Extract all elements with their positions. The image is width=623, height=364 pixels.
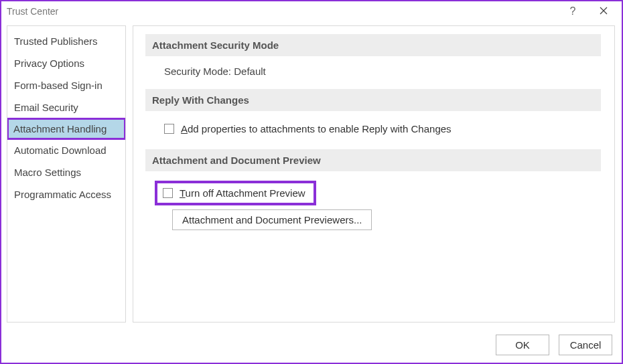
sidebar-item-attachment-handling[interactable]: Attachment Handling xyxy=(7,118,126,140)
previewers-button[interactable]: Attachment and Document Previewers... xyxy=(172,209,372,230)
reply-with-changes-checkbox-row[interactable]: Add properties to attachments to enable … xyxy=(164,120,601,137)
ok-button[interactable]: OK xyxy=(496,335,549,355)
help-icon: ? xyxy=(570,5,576,17)
trust-center-dialog: Trust Center ? Trusted Publishers Privac… xyxy=(0,0,623,364)
reply-with-changes-label: Add properties to attachments to enable … xyxy=(181,123,452,134)
close-icon xyxy=(600,6,608,17)
sidebar-item-programmatic-access[interactable]: Programmatic Access xyxy=(7,183,125,205)
titlebar: Trust Center ? xyxy=(1,1,622,21)
section-header-attachment-security: Attachment Security Mode xyxy=(145,34,601,56)
sidebar-item-trusted-publishers[interactable]: Trusted Publishers xyxy=(7,30,125,52)
security-mode-value: Security Mode: Default xyxy=(145,62,601,84)
sidebar-item-macro-settings[interactable]: Macro Settings xyxy=(7,161,125,183)
dialog-footer: OK Cancel xyxy=(1,327,622,363)
sidebar-item-privacy-options[interactable]: Privacy Options xyxy=(7,52,125,74)
cancel-button[interactable]: Cancel xyxy=(559,335,612,355)
close-button[interactable] xyxy=(588,2,619,21)
sidebar: Trusted Publishers Privacy Options Form-… xyxy=(7,25,126,323)
turn-off-preview-checkbox-row[interactable]: Turn off Attachment Preview xyxy=(163,187,305,199)
checkbox-icon xyxy=(164,124,174,134)
sidebar-item-form-signin[interactable]: Form-based Sign-in xyxy=(7,74,125,96)
turn-off-preview-highlight: Turn off Attachment Preview xyxy=(155,181,316,205)
section-header-reply-changes: Reply With Changes xyxy=(145,89,601,111)
main-panel: Attachment Security Mode Security Mode: … xyxy=(133,25,615,323)
content-area: Trusted Publishers Privacy Options Form-… xyxy=(1,21,622,327)
window-title: Trust Center xyxy=(7,6,557,17)
sidebar-item-email-security[interactable]: Email Security xyxy=(7,96,125,118)
help-button[interactable]: ? xyxy=(557,2,588,21)
checkbox-icon xyxy=(163,188,173,198)
section-header-preview: Attachment and Document Preview xyxy=(145,149,601,171)
turn-off-preview-label: Turn off Attachment Preview xyxy=(180,187,305,199)
sidebar-item-automatic-download[interactable]: Automatic Download xyxy=(7,139,125,161)
